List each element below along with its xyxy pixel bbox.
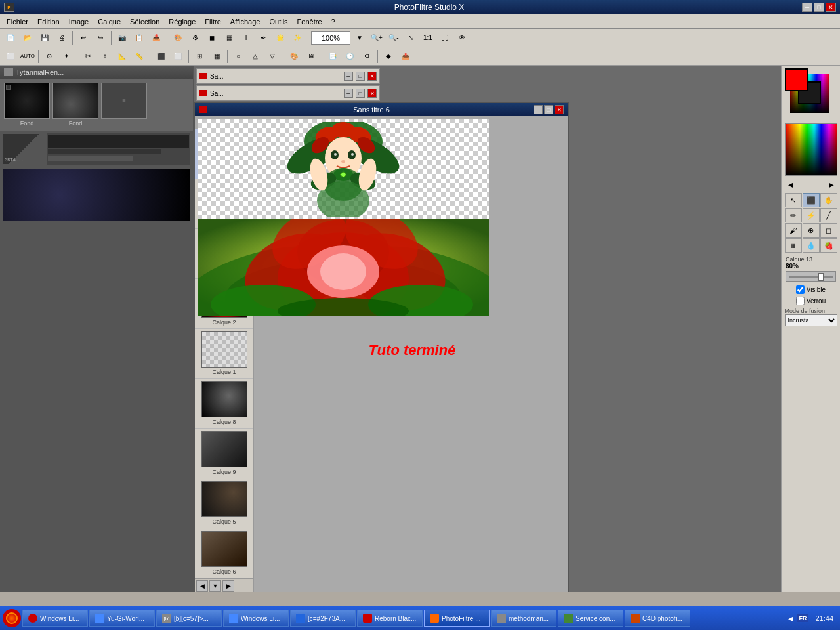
- print-button[interactable]: 🖨: [54, 31, 70, 45]
- effect1-button[interactable]: 🌟: [272, 31, 288, 45]
- layer-item-8[interactable]: Calque 6: [195, 528, 253, 578]
- thumb-item-1[interactable]: Fond: [4, 83, 50, 127]
- taskbar-item-service[interactable]: Service con...: [558, 610, 623, 627]
- visible-checkbox[interactable]: [796, 285, 805, 294]
- open-button[interactable]: 📂: [20, 31, 35, 45]
- text-button[interactable]: T: [238, 31, 254, 45]
- text-tool-btn[interactable]: 🍓: [820, 238, 837, 253]
- fit-button[interactable]: ⤡: [403, 31, 419, 45]
- zoom-out-button[interactable]: 🔍-: [386, 31, 402, 45]
- clone-tool[interactable]: ⊕: [803, 223, 820, 238]
- menu-outils[interactable]: Outils: [265, 16, 291, 27]
- taskbar-item-reborn[interactable]: Reborn Blac...: [357, 610, 423, 627]
- ruler-button[interactable]: 📏: [131, 49, 147, 64]
- menu-reglage[interactable]: Réglage: [165, 16, 200, 27]
- monitor-button[interactable]: 🖥: [303, 49, 319, 64]
- minimize-button[interactable]: ─: [802, 3, 812, 12]
- taskbar-item-3[interactable]: Windows Li...: [223, 610, 289, 627]
- layer-scroll-right[interactable]: ▶: [222, 580, 234, 592]
- auto-button[interactable]: AUTO: [20, 49, 35, 64]
- gradient-tool[interactable]: ▦: [785, 238, 802, 253]
- actual-size-button[interactable]: 1:1: [420, 31, 436, 45]
- select-color-button[interactable]: ⬛: [153, 49, 169, 64]
- menu-fenetre[interactable]: Fenêtre: [293, 16, 326, 27]
- taskbar-item-4[interactable]: [c=#2F73A...: [290, 610, 356, 627]
- capture-button[interactable]: 📷: [114, 31, 130, 45]
- opacity-slider[interactable]: [786, 271, 836, 282]
- effect2-button[interactable]: ✨: [289, 31, 305, 45]
- mini-win1-minimize[interactable]: ─: [344, 72, 353, 81]
- line-tool[interactable]: ╱: [820, 208, 837, 222]
- eraser-tool[interactable]: ◻: [820, 223, 837, 238]
- ellipse-button[interactable]: ○: [230, 49, 246, 64]
- menu-filtre[interactable]: Filtre: [201, 16, 224, 27]
- crop-button[interactable]: ✂: [80, 49, 96, 64]
- fill-tool[interactable]: 💧: [803, 238, 820, 253]
- lock-checkbox[interactable]: [796, 297, 805, 305]
- mini-win1-close[interactable]: ✕: [368, 72, 377, 81]
- taskbar-item-0[interactable]: Windows Li...: [22, 610, 88, 627]
- layer-item-6[interactable]: Calque 9: [195, 429, 253, 478]
- frame-tool[interactable]: ⬛: [803, 193, 820, 207]
- tile-button[interactable]: ▦: [209, 49, 224, 64]
- taskbar-item-c4d[interactable]: C4D photofi...: [625, 610, 690, 627]
- save-button[interactable]: 💾: [37, 31, 52, 45]
- clipboard-button[interactable]: 📋: [131, 31, 147, 45]
- maximize-button[interactable]: □: [814, 3, 824, 12]
- mini-win1-maximize[interactable]: □: [356, 72, 365, 81]
- menu-affichage[interactable]: Affichage: [226, 16, 264, 27]
- measure-button[interactable]: 📐: [114, 49, 130, 64]
- vector-button[interactable]: ✒: [255, 31, 271, 45]
- paint-tool[interactable]: 🖌: [785, 223, 802, 238]
- foreground-color[interactable]: [785, 68, 808, 91]
- triangle-button[interactable]: △: [247, 49, 263, 64]
- cursor-tool[interactable]: ↖: [785, 193, 802, 207]
- layer-item-5[interactable]: Calque 8: [195, 379, 253, 429]
- grid-button[interactable]: ⊞: [192, 49, 207, 64]
- palette-button[interactable]: 🎨: [286, 49, 302, 64]
- taskbar-item-1[interactable]: Yu-Gi-Worl...: [89, 610, 155, 627]
- batch-button[interactable]: ⚙: [359, 49, 375, 64]
- triangle2-button[interactable]: ▽: [264, 49, 280, 64]
- view-button[interactable]: 👁: [454, 31, 470, 45]
- select-all-button[interactable]: ⬜: [3, 49, 18, 64]
- magic-wand-tool[interactable]: ⚡: [803, 208, 820, 222]
- layer-item-7[interactable]: Calque 5: [195, 478, 253, 528]
- redo-button[interactable]: ↪: [93, 31, 108, 45]
- doc-close[interactable]: ✕: [555, 105, 564, 114]
- start-button[interactable]: [3, 609, 21, 627]
- taskbar-item-methodman[interactable]: methodman...: [491, 610, 556, 627]
- slider-thumb[interactable]: [818, 273, 824, 281]
- taskbar-item-2[interactable]: [b] [b][c=57]>...: [156, 610, 222, 627]
- menu-calque[interactable]: Calque: [94, 16, 125, 27]
- undo-button[interactable]: ↩: [75, 31, 91, 45]
- layers-button[interactable]: 📑: [325, 49, 341, 64]
- mode-select[interactable]: Incrusta...: [785, 314, 837, 326]
- shapes-button[interactable]: ◆: [381, 49, 396, 64]
- menu-help[interactable]: ?: [327, 16, 339, 27]
- menu-selection[interactable]: Sélection: [126, 16, 163, 27]
- color-right-arrow[interactable]: ▶: [826, 177, 837, 192]
- hand-tool[interactable]: ✋: [820, 193, 837, 207]
- select-rect-button[interactable]: ⬜: [170, 49, 186, 64]
- share-button[interactable]: 📤: [398, 49, 413, 64]
- adjust-button[interactable]: ⚙: [187, 31, 203, 45]
- taskbar-item-photofiltre[interactable]: PhotoFiltre ...: [424, 610, 490, 627]
- doc-minimize[interactable]: ─: [534, 105, 543, 114]
- layer-scroll-down[interactable]: ▼: [209, 580, 221, 592]
- history-button[interactable]: 🕑: [342, 49, 358, 64]
- mini-win2-minimize[interactable]: ─: [344, 89, 353, 98]
- pencil-tool[interactable]: ✏: [785, 208, 802, 222]
- color-left-arrow[interactable]: ◀: [785, 177, 797, 192]
- mini-win2-maximize[interactable]: □: [356, 89, 365, 98]
- close-button[interactable]: ✕: [826, 3, 836, 12]
- import-button[interactable]: 📥: [148, 31, 164, 45]
- new-button[interactable]: 📄: [3, 31, 18, 45]
- filter-button[interactable]: ◼: [204, 31, 220, 45]
- lasso-button[interactable]: ⊙: [41, 49, 57, 64]
- magic-select-button[interactable]: ✦: [58, 49, 74, 64]
- thumb-item-2[interactable]: Fond: [52, 83, 98, 127]
- menu-image[interactable]: Image: [65, 16, 93, 27]
- frame-button[interactable]: ▦: [221, 31, 237, 45]
- fullscreen-button[interactable]: ⛶: [437, 31, 453, 45]
